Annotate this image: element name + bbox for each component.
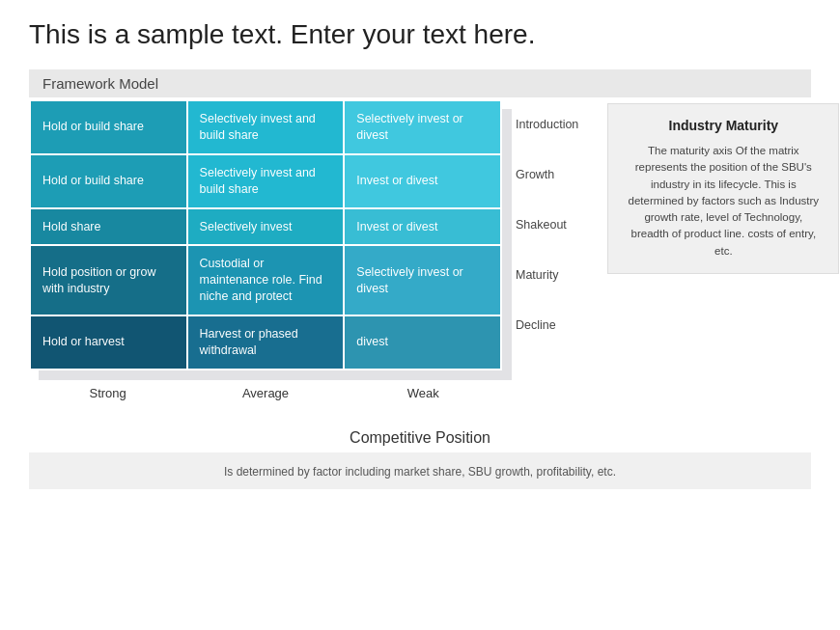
cell-r4-c3: Selectively invest or divest [344, 245, 501, 315]
cell-r1-c3: Selectively invest or divest [344, 100, 501, 154]
info-box: Industry Maturity The maturity axis Of t… [607, 103, 839, 274]
cell-r4-c2: Custodial or maintenance role. Find nich… [187, 245, 345, 315]
cell-r5-c3: divest [344, 315, 501, 370]
stage-label-introduction: Introduction [512, 99, 578, 150]
col-label-strong: Strong [29, 378, 186, 400]
cell-r2-c2: Selectively invest and build share [187, 154, 345, 208]
stage-label-shakeout: Shakeout [512, 200, 578, 250]
col-label-average: Average [186, 378, 344, 400]
framework-label: Framework Model [29, 69, 811, 97]
matrix-row: Hold or harvestHarvest or phased withdra… [30, 315, 501, 370]
cell-r5-c1: Hold or harvest [30, 315, 187, 370]
matrix-row: Hold or build shareSelectively invest an… [30, 154, 501, 208]
competitive-title: Competitive Position [29, 429, 811, 447]
cell-r2-c1: Hold or build share [30, 154, 187, 208]
main-title: This is a sample text. Enter your text h… [29, 19, 811, 50]
matrix-table: Hold or build shareSelectively invest an… [29, 99, 502, 370]
cell-r5-c2: Harvest or phased withdrawal [187, 315, 345, 370]
stage-label-growth: Growth [512, 150, 578, 200]
col-label-weak: Weak [345, 378, 502, 400]
cell-r3-c2: Selectively invest [187, 208, 345, 246]
matrix-row: Hold or build shareSelectively invest an… [30, 100, 501, 154]
competitive-text: Is determined by factor including market… [224, 465, 616, 479]
matrix-row: Hold shareSelectively investInvest or di… [30, 208, 501, 246]
info-box-text: The maturity axis Of the matrix represen… [624, 143, 823, 260]
column-labels: StrongAverageWeak [29, 378, 502, 400]
cell-r4-c1: Hold position or grow with industry [30, 245, 187, 315]
stage-label-maturity: Maturity [512, 250, 578, 300]
info-box-title: Industry Maturity [624, 118, 823, 133]
matrix-row: Hold position or grow with industryCusto… [30, 245, 501, 315]
cell-r1-c2: Selectively invest and build share [187, 100, 345, 154]
cell-r1-c1: Hold or build share [30, 100, 187, 154]
cell-r3-c1: Hold share [30, 208, 187, 246]
cell-r2-c3: Invest or divest [344, 154, 501, 208]
stage-label-decline: Decline [512, 300, 578, 350]
cell-r3-c3: Invest or divest [344, 208, 501, 246]
